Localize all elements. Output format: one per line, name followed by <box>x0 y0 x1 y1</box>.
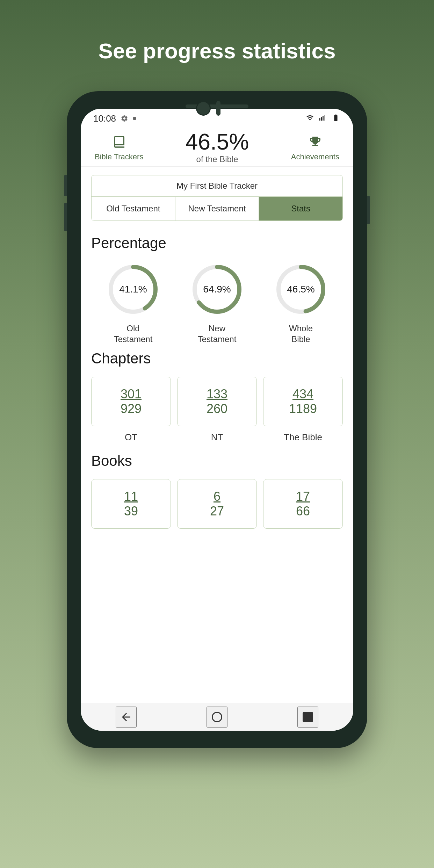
chapters-ot-label: OT <box>91 432 171 443</box>
phone-shell: 10:08 <box>67 91 367 748</box>
phone-screen: 10:08 <box>81 109 353 731</box>
chapters-nt-numerator: 133 <box>207 387 227 402</box>
header-percentage: 46.5% <box>186 131 249 153</box>
chapters-row: 301 929 133 260 434 1189 <box>91 377 343 426</box>
phone-camera-area <box>196 101 220 116</box>
volume-up-button[interactable] <box>64 175 67 196</box>
power-button[interactable] <box>367 196 370 224</box>
books-nt-denominator: 27 <box>210 504 224 519</box>
circle-whole-container: 46.5% <box>273 261 329 317</box>
chapters-nt-card: 133 260 <box>177 377 257 426</box>
home-button[interactable] <box>207 707 227 728</box>
page-title: See progress statistics <box>99 38 336 63</box>
nav-bible-trackers[interactable]: Bible Trackers <box>95 133 143 161</box>
chapters-section-title: Chapters <box>91 350 343 367</box>
wifi-icon <box>305 114 315 123</box>
bottom-nav <box>81 703 353 731</box>
chapters-bible-denominator: 1189 <box>289 402 317 416</box>
books-ot-denominator: 39 <box>124 504 138 519</box>
chapters-labels-row: OT NT The Bible <box>91 432 343 443</box>
circle-nt-container: 64.9% <box>189 261 245 317</box>
books-bible-card: 17 66 <box>263 479 343 529</box>
achievements-icon <box>307 133 324 150</box>
settings-icon <box>120 114 129 123</box>
circle-nt-label: 64.9% <box>203 284 231 295</box>
tracker-tabs: Old Testament New Testament Stats <box>92 197 342 220</box>
chapters-ot-numerator: 301 <box>121 387 142 402</box>
tracker-selector: My First Bible Tracker Old Testament New… <box>91 175 343 221</box>
status-right <box>305 114 341 123</box>
screen-content: Percentage 41.1% OldTestament <box>81 221 353 703</box>
percentage-section-title: Percentage <box>91 235 343 252</box>
tab-stats[interactable]: Stats <box>259 197 342 220</box>
chapters-bible-card: 434 1189 <box>263 377 343 426</box>
volume-down-button[interactable] <box>64 203 67 231</box>
recents-button[interactable] <box>297 707 318 728</box>
phone-camera <box>196 101 211 116</box>
back-button[interactable] <box>116 707 137 728</box>
chapters-ot-card: 301 929 <box>91 377 171 426</box>
books-bible-numerator: 17 <box>296 489 310 504</box>
circle-nt: 64.9% NewTestament <box>189 261 245 345</box>
svg-rect-11 <box>303 712 313 722</box>
header-center: 46.5% of the Bible <box>186 131 249 164</box>
circle-whole-label: 46.5% <box>287 284 314 295</box>
svg-rect-1 <box>321 117 322 121</box>
svg-point-10 <box>212 712 222 722</box>
battery-icon <box>331 114 341 123</box>
books-ot-numerator: 11 <box>124 489 138 504</box>
books-section-title: Books <box>91 453 343 469</box>
chapters-ot-denominator: 929 <box>121 402 142 416</box>
status-left: 10:08 <box>93 113 136 124</box>
chapters-nt-denominator: 260 <box>207 402 227 416</box>
books-nt-card: 6 27 <box>177 479 257 529</box>
signal-icon <box>319 114 327 123</box>
status-time: 10:08 <box>93 113 116 124</box>
circles-row: 41.1% OldTestament 64.9% NewTestament <box>91 261 343 345</box>
chapters-nt-label: NT <box>177 432 257 443</box>
circle-ot: 41.1% OldTestament <box>105 261 161 345</box>
nav-achievements-label: Achievements <box>291 152 339 161</box>
bible-trackers-icon <box>111 133 128 150</box>
tracker-name: My First Bible Tracker <box>92 175 342 197</box>
circle-ot-container: 41.1% <box>105 261 161 317</box>
chapters-bible-label: The Bible <box>263 432 343 443</box>
circle-whole: 46.5% WholeBible <box>273 261 329 345</box>
circle-ot-name: OldTestament <box>114 323 153 345</box>
circle-whole-name: WholeBible <box>289 323 313 345</box>
svg-rect-2 <box>323 116 324 121</box>
header-subtitle: of the Bible <box>186 154 249 164</box>
circle-ot-label: 41.1% <box>119 284 147 295</box>
tab-new-testament[interactable]: New Testament <box>175 197 259 220</box>
app-header: Bible Trackers 46.5% of the Bible Achiev… <box>81 128 353 167</box>
chapters-bible-numerator: 434 <box>292 387 313 402</box>
nav-bible-trackers-label: Bible Trackers <box>95 152 143 161</box>
nav-achievements[interactable]: Achievements <box>291 133 339 161</box>
svg-rect-3 <box>324 115 325 121</box>
circle-nt-name: NewTestament <box>198 323 237 345</box>
notification-dot <box>133 117 136 120</box>
books-bible-denominator: 66 <box>296 504 310 519</box>
tab-old-testament[interactable]: Old Testament <box>92 197 175 220</box>
books-ot-card: 11 39 <box>91 479 171 529</box>
books-nt-numerator: 6 <box>214 489 220 504</box>
svg-rect-0 <box>319 118 320 121</box>
books-row: 11 39 6 27 17 66 <box>91 479 343 529</box>
phone-sensor <box>216 101 220 116</box>
